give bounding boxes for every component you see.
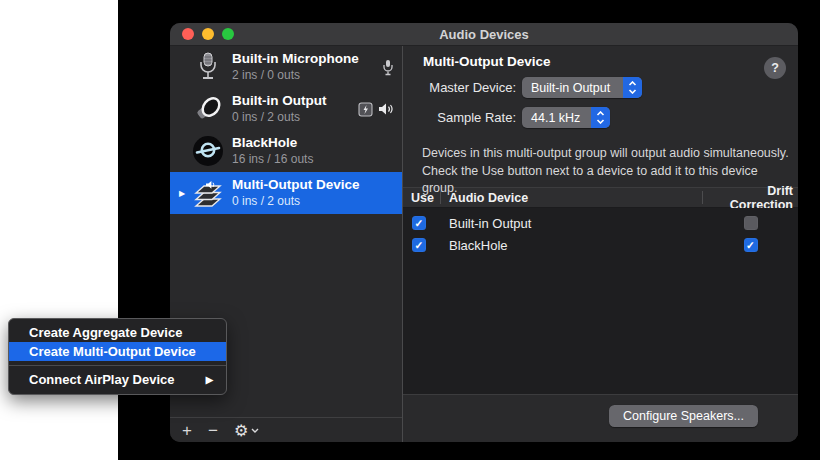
drift-correction-checkbox[interactable] — [744, 216, 758, 230]
device-name: Built-in Output — [232, 93, 326, 110]
menu-separator — [9, 365, 226, 366]
device-detail: 2 ins / 0 outs — [232, 68, 359, 83]
table-row-blackhole[interactable]: BlackHole — [403, 234, 798, 256]
window-controls — [182, 28, 234, 40]
master-device-value: Built-in Output — [522, 77, 623, 98]
create-device-context-menu: Create Aggregate Device Create Multi-Out… — [8, 318, 227, 395]
device-row-built-in-microphone[interactable]: Built-in Microphone 2 ins / 0 outs — [170, 46, 402, 88]
table-cell-device-name: Built-in Output — [440, 216, 703, 231]
default-input-badge-icon — [382, 59, 394, 76]
menu-item-create-aggregate-device[interactable]: Create Aggregate Device — [9, 323, 226, 342]
window-title: Audio Devices — [439, 27, 529, 42]
blackhole-icon — [188, 132, 228, 170]
popup-stepper-icon — [591, 107, 610, 128]
zoom-button[interactable] — [222, 28, 234, 40]
group-description: Devices in this multi-output group will … — [422, 145, 790, 198]
table-row-built-in-output[interactable]: Built-in Output — [403, 212, 798, 234]
device-detail-panel: Multi-Output Device ? Master Device: Bui… — [403, 46, 798, 442]
sample-rate-label: Sample Rate: — [403, 110, 516, 125]
gear-icon: ⚙ — [234, 421, 248, 440]
device-name: Multi-Output Device — [232, 177, 360, 194]
device-row-built-in-output[interactable]: Built-in Output 0 ins / 2 outs — [170, 88, 402, 130]
remove-device-button[interactable]: − — [208, 422, 218, 439]
audio-devices-window: Audio Devices — [170, 23, 798, 442]
device-name: BlackHole — [232, 135, 313, 152]
minimize-button[interactable] — [202, 28, 214, 40]
close-button[interactable] — [182, 28, 194, 40]
default-output-badge-icon — [378, 102, 394, 116]
actions-menu-button[interactable]: ⚙ — [234, 421, 259, 440]
device-name: Built-in Microphone — [232, 51, 359, 68]
panel-footer: Configure Speakers... — [403, 394, 798, 442]
drift-correction-checkbox[interactable] — [744, 238, 758, 252]
microphone-icon — [188, 48, 228, 86]
device-row-multi-output[interactable]: ▶ Multi-Output Devic — [170, 172, 402, 214]
chevron-down-icon — [251, 428, 259, 433]
use-checkbox[interactable] — [412, 238, 426, 252]
question-mark-icon: ? — [771, 61, 779, 75]
add-device-button[interactable]: + — [182, 422, 192, 439]
help-button[interactable]: ? — [764, 57, 786, 79]
menu-item-create-multi-output-device[interactable]: Create Multi-Output Device — [9, 342, 226, 361]
titlebar[interactable]: Audio Devices — [170, 23, 798, 46]
configure-speakers-button[interactable]: Configure Speakers... — [609, 405, 758, 427]
device-row-blackhole[interactable]: BlackHole 16 ins / 16 outs — [170, 130, 402, 172]
master-device-label: Master Device: — [403, 80, 516, 95]
use-checkbox[interactable] — [412, 216, 426, 230]
sidebar-toolbar: + − ⚙ — [170, 417, 402, 442]
submenu-arrow-icon: ▶ — [206, 374, 213, 385]
device-detail: 0 ins / 2 outs — [232, 194, 360, 209]
disclosure-triangle-icon[interactable]: ▶ — [176, 189, 188, 198]
menu-item-connect-airplay-device[interactable]: Connect AirPlay Device ▶ — [9, 370, 226, 389]
device-table: Built-in Output BlackHole — [403, 208, 798, 394]
master-device-popup[interactable]: Built-in Output — [522, 77, 642, 98]
speaker-icon — [188, 90, 228, 128]
popup-stepper-icon — [623, 77, 642, 98]
device-detail: 16 ins / 16 outs — [232, 152, 313, 167]
sample-rate-popup[interactable]: 44.1 kHz — [522, 107, 610, 128]
multi-output-icon — [188, 174, 228, 212]
sample-rate-value: 44.1 kHz — [522, 107, 591, 128]
panel-title: Multi-Output Device — [423, 54, 551, 69]
table-cell-device-name: BlackHole — [440, 238, 703, 253]
alert-output-badge-icon — [358, 102, 373, 117]
device-controls: Multi-Output Device ? Master Device: Bui… — [403, 46, 798, 187]
device-detail: 0 ins / 2 outs — [232, 110, 326, 125]
